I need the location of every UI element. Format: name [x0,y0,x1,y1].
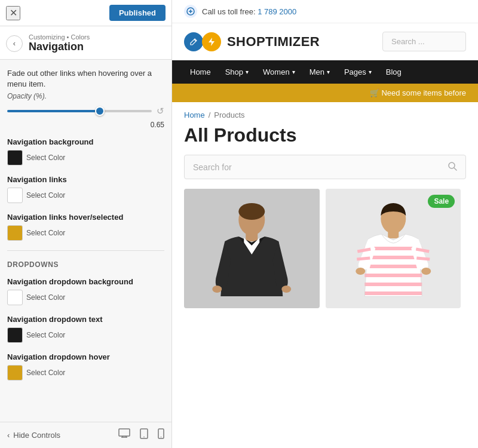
nav-links-picker-row: Select Color [7,188,164,203]
search-input[interactable]: Search ... [382,32,466,51]
products-grid: Sale [172,189,478,308]
svg-line-27 [357,258,370,259]
breadcrumb-home[interactable]: Home [184,111,205,119]
published-button[interactable]: Published [109,5,166,21]
dd-bg-field: Navigation dropdown background Select Co… [7,277,164,305]
desktop-icon[interactable] [118,428,130,442]
nav-links-swatch[interactable] [7,188,23,203]
logo-icon-blue [184,32,203,51]
chevron-left-icon: ‹ [7,431,10,440]
dd-hover-field: Navigation dropdown hover Select Color [7,352,164,381]
opacity-slider[interactable] [7,110,152,112]
panel-content: Fade out other links when hovering over … [0,60,171,422]
men-arrow-icon: ▾ [327,69,330,75]
dd-hover-swatch[interactable] [7,365,23,381]
women-arrow-icon: ▾ [292,69,295,75]
breadcrumb-text: Customizing • Colors Navigation [29,33,90,53]
nav-bg-select-btn[interactable]: Select Color [26,154,65,162]
dd-text-select-btn[interactable]: Select Color [26,331,65,339]
site-header: SHOPTIMIZER Search ... [172,23,478,60]
panel-breadcrumb: ‹ Customizing • Colors Navigation [0,26,171,60]
nav-links-hover-picker-row: Select Color [7,225,164,241]
dd-bg-select-btn[interactable]: Select Color [26,293,65,302]
breadcrumb-separator: / [209,111,211,119]
dd-text-field: Navigation dropdown text Select Color [7,315,164,343]
svg-point-5 [143,437,145,438]
opacity-value: 0.65 [151,121,164,129]
opacity-slider-row: ↺ [7,105,164,117]
breadcrumb-sub: Customizing • Colors [29,33,90,41]
product-card-1[interactable] [184,189,320,308]
slider-container [7,105,152,117]
nav-links-hover-label: Navigation links hover/selected [7,213,164,222]
promo-bar: 🛒 Need some items before [172,84,478,102]
nav-item-shop[interactable]: Shop ▾ [219,60,255,84]
hide-controls-label: Hide Controls [13,431,60,440]
dd-text-swatch[interactable] [7,327,23,343]
site-nav: Home Shop ▾ Women ▾ Men ▾ Pages ▾ Blog [172,60,478,84]
close-button[interactable]: ✕ [6,6,20,20]
phone-number: 1 789 2000 [258,7,296,16]
section-divider [7,250,164,251]
svg-point-7 [161,437,161,437]
nav-bg-picker-row: Select Color [7,150,164,165]
dd-bg-picker-row: Select Color [7,290,164,305]
nav-bg-swatch[interactable] [7,150,23,165]
nav-bg-field: Navigation background Select Color [7,137,164,165]
site-main: Home / Products All Products Search for [172,102,478,448]
logo-area: SHOPTIMIZER [184,32,320,51]
tablet-icon[interactable] [140,428,148,442]
panel-topbar: ✕ Published [0,0,171,26]
nav-links-hover-field: Navigation links hover/selected Select C… [7,213,164,241]
page-title: All Products [172,122,478,155]
nav-item-pages[interactable]: Pages ▾ [338,60,378,84]
svg-rect-0 [119,429,130,436]
reset-icon[interactable]: ↺ [157,106,164,116]
shop-arrow-icon: ▾ [246,69,249,75]
breadcrumb-title: Navigation [29,41,90,53]
nav-bg-label: Navigation background [7,137,164,146]
hide-controls-button[interactable]: ‹ Hide Controls [7,431,60,440]
sale-badge: Sale [428,195,455,208]
opacity-label: Opacity (%). [7,92,164,100]
breadcrumb-nav: Home / Products [172,102,478,122]
breadcrumb-products: Products [214,111,244,119]
dd-text-label: Navigation dropdown text [7,315,164,324]
nav-links-hover-select-btn[interactable]: Select Color [26,229,65,237]
site-preview: Call us toll free: 1 789 2000 SHOPTIMIZE… [172,0,478,448]
svg-point-16 [281,286,291,293]
dd-bg-swatch[interactable] [7,290,23,305]
logo-icon-yellow [202,32,221,51]
mobile-icon[interactable] [158,428,164,442]
dd-hover-label: Navigation dropdown hover [7,352,164,361]
nav-item-men[interactable]: Men ▾ [304,60,336,84]
nav-links-select-btn[interactable]: Select Color [26,191,65,200]
nav-item-women[interactable]: Women ▾ [257,60,301,84]
dd-hover-picker-row: Select Color [7,365,164,381]
customizer-panel: ✕ Published ‹ Customizing • Colors Navig… [0,0,172,448]
site-topbar: Call us toll free: 1 789 2000 [172,0,478,23]
product-card-2[interactable]: Sale [326,189,461,308]
svg-line-10 [454,168,456,170]
product-search-icon [448,161,457,173]
nav-item-blog[interactable]: Blog [380,60,407,84]
svg-point-15 [212,286,222,293]
product-search-placeholder: Search for [193,162,232,172]
dd-hover-select-btn[interactable]: Select Color [26,369,65,377]
nav-links-hover-swatch[interactable] [7,225,23,241]
dd-bg-label: Navigation dropdown background [7,277,164,286]
nav-item-home[interactable]: Home [184,60,217,84]
svg-point-30 [356,268,365,275]
svg-point-31 [421,268,431,275]
product-search-bar[interactable]: Search for [184,155,466,179]
topbar-text: Call us toll free: [202,7,256,16]
svg-point-13 [238,203,265,220]
footer-icons [118,428,164,442]
svg-rect-14 [246,233,258,241]
dd-text-picker-row: Select Color [7,327,164,343]
panel-footer: ‹ Hide Controls [0,422,171,448]
topbar-icon [184,5,197,18]
dropdowns-heading: DROPDOWNS [7,260,164,269]
back-button[interactable]: ‹ [6,35,23,52]
svg-line-29 [416,258,430,259]
